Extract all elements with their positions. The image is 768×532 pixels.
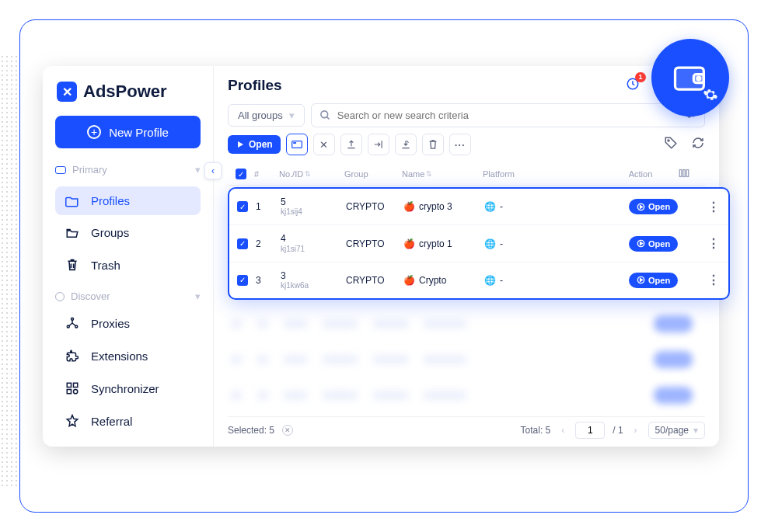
svg-rect-19 <box>683 170 686 177</box>
svg-point-17 <box>668 140 669 141</box>
col-header-noid[interactable]: No./ID ⇅ <box>279 169 341 179</box>
row-open-button[interactable]: Open <box>629 236 678 252</box>
col-header-idx[interactable]: # <box>254 169 276 179</box>
nav-section-primary[interactable]: Primary ▾ <box>43 161 213 179</box>
svg-rect-6 <box>67 383 71 387</box>
search-input[interactable] <box>337 110 678 121</box>
sidebar-item-proxies[interactable]: Proxies <box>55 308 201 338</box>
clear-selection-button[interactable]: ✕ <box>282 425 293 436</box>
sidebar-item-synchronizer[interactable]: Synchronizer <box>55 374 201 403</box>
svg-rect-7 <box>74 383 78 387</box>
row-name: 🍎crypto 1 <box>403 238 481 249</box>
sidebar-item-referral[interactable]: Referral <box>55 406 201 436</box>
row-index: 3 <box>256 275 278 286</box>
svg-rect-8 <box>67 390 71 394</box>
nav-label: Groups <box>91 226 129 239</box>
blurred-rows <box>228 300 705 413</box>
svg-rect-14 <box>291 141 302 148</box>
toolbar-import-button[interactable] <box>368 134 389 155</box>
folder-icon <box>65 195 80 207</box>
activity-button[interactable]: 1 <box>626 77 640 94</box>
toolbar-tags-button[interactable] <box>664 136 678 153</box>
row-menu-button[interactable]: ⋮ <box>702 236 725 251</box>
app-logo: ✕ AdsPower <box>43 72 213 111</box>
sidebar-item-profiles[interactable]: Profiles <box>55 186 201 215</box>
row-checkbox[interactable]: ✓ <box>237 275 248 286</box>
row-menu-button[interactable]: ⋮ <box>702 200 725 214</box>
group-selected-label: All groups <box>238 110 283 121</box>
filters-row: All groups ▾ <box>228 103 705 134</box>
table-row: ✓ 2 4kj1si71 CRYPTO 🍎crypto 1 🌐- Open ⋮ <box>229 225 728 262</box>
globe-icon: 🌐 <box>484 201 496 212</box>
select-all-checkbox[interactable]: ✓ <box>236 169 246 179</box>
import-icon <box>373 139 384 150</box>
row-checkbox[interactable]: ✓ <box>237 238 248 249</box>
sidebar-item-groups[interactable]: Groups <box>55 218 201 247</box>
chevron-down-icon: ▾ <box>693 425 698 436</box>
row-menu-button[interactable]: ⋮ <box>702 273 725 287</box>
apple-icon: 🍎 <box>403 275 415 286</box>
row-platform: 🌐- <box>484 238 626 249</box>
wallet-settings-fab[interactable] <box>651 39 729 116</box>
globe-icon: 🌐 <box>484 238 496 249</box>
next-page-button[interactable]: › <box>631 425 641 436</box>
main-header: Profiles 1 1 <box>228 74 705 103</box>
svg-point-11 <box>321 111 328 118</box>
play-icon <box>637 276 645 284</box>
page-size-select[interactable]: 50/page ▾ <box>648 422 705 439</box>
row-open-button[interactable]: Open <box>629 273 678 288</box>
svg-point-9 <box>74 390 78 394</box>
row-group: CRYPTO <box>346 201 400 212</box>
svg-point-16 <box>295 143 295 144</box>
toolbar-browser-button[interactable] <box>286 134 308 155</box>
prev-page-button[interactable]: ‹ <box>558 425 567 436</box>
footer-bar: Selected: 5 ✕ Total: 5 ‹ / 1 › 50/page ▾ <box>228 416 705 439</box>
column-settings-button[interactable] <box>679 168 702 180</box>
search-icon <box>319 110 331 121</box>
nav-label: Synchronizer <box>91 382 159 395</box>
col-header-group[interactable]: Group <box>344 169 399 179</box>
visible-rows: ✓ 1 5kj1sij4 CRYPTO 🍎crypto 3 🌐- Open ⋮ … <box>228 187 730 300</box>
page-input[interactable] <box>575 422 605 439</box>
row-group: CRYPTO <box>346 275 400 286</box>
sidebar-item-trash[interactable]: Trash <box>55 250 201 280</box>
toolbar-delete-button[interactable] <box>422 134 444 155</box>
sidebar-item-extensions[interactable]: Extensions <box>55 341 201 370</box>
play-icon <box>637 203 645 211</box>
play-icon <box>637 239 645 248</box>
chevron-down-icon: ▾ <box>195 164 201 176</box>
group-filter-select[interactable]: All groups ▾ <box>228 104 305 127</box>
col-header-platform[interactable]: Platform <box>483 169 602 179</box>
close-icon: ✕ <box>319 139 328 151</box>
nav-label: Proxies <box>91 317 130 330</box>
table-row: ✓ 1 5kj1sij4 CRYPTO 🍎crypto 3 🌐- Open ⋮ <box>229 189 728 225</box>
row-open-button[interactable]: Open <box>629 199 678 214</box>
browser-icon <box>291 139 302 150</box>
brand-name: AdsPower <box>83 82 167 102</box>
selected-count: Selected: 5 <box>228 425 274 436</box>
collapse-sidebar-button[interactable]: ‹ <box>204 162 222 179</box>
chevron-down-icon: ▾ <box>289 110 295 121</box>
toolbar-open-button[interactable]: Open <box>228 135 281 154</box>
globe-icon: 🌐 <box>484 275 496 286</box>
row-checkbox[interactable]: ✓ <box>237 201 248 212</box>
discover-icon <box>55 292 65 301</box>
svg-point-15 <box>293 143 294 144</box>
toolbar-upload-button[interactable] <box>340 134 362 155</box>
total-count: Total: 5 <box>521 425 551 436</box>
new-profile-button[interactable]: + New Profile <box>55 116 201 148</box>
sort-icon: ⇅ <box>305 170 311 178</box>
toolbar-export-button[interactable] <box>395 134 417 155</box>
col-header-name[interactable]: Name ⇅ <box>402 169 480 179</box>
nav-list-discover: Proxies Extensions Synchronizer Referral <box>43 305 213 443</box>
toolbar-close-button[interactable]: ✕ <box>313 134 335 155</box>
row-noid: 3kj1kw6a <box>281 270 309 290</box>
table: ✓ # No./ID ⇅ Group Name ⇅ Platform Actio… <box>228 163 705 416</box>
toolbar-refresh-button[interactable] <box>691 136 705 153</box>
refresh-icon <box>691 136 705 150</box>
primary-icon <box>55 166 66 174</box>
row-index: 2 <box>256 238 278 249</box>
toolbar-more-button[interactable]: ··· <box>449 134 471 155</box>
nav-section-discover[interactable]: Discover ▾ <box>43 287 213 305</box>
apple-icon: 🍎 <box>403 201 415 212</box>
